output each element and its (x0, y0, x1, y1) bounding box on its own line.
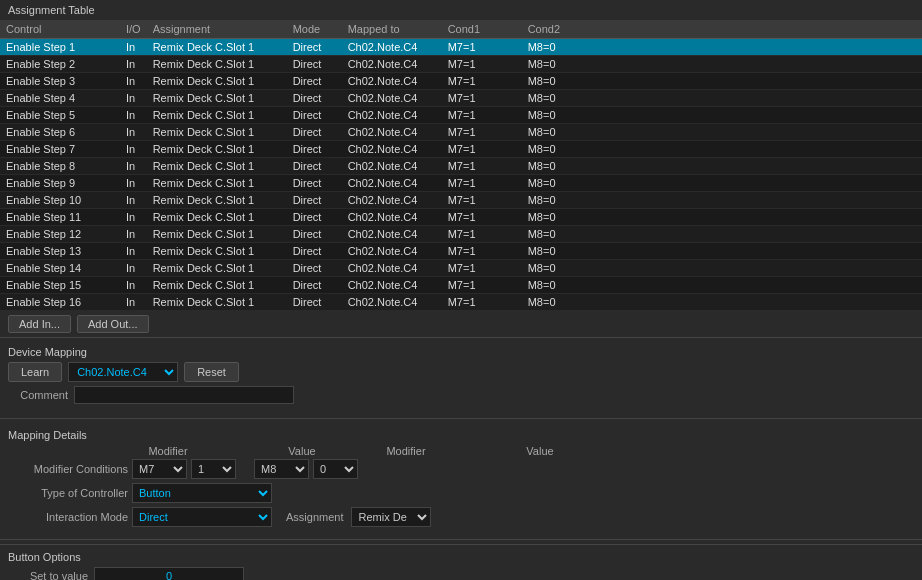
cell-control: Enable Step 2 (0, 56, 120, 73)
cell-assignment: Remix Deck C.Slot 1 (147, 260, 287, 277)
col-header-mapped: Mapped to (342, 20, 442, 39)
cell-cond2: M8=0 (522, 73, 922, 90)
add-out-button[interactable]: Add Out... (77, 315, 149, 333)
interaction-mode-select[interactable]: DirectToggleInvert (132, 507, 272, 527)
comment-input[interactable] (74, 386, 294, 404)
cell-control: Enable Step 1 (0, 39, 120, 56)
cell-control: Enable Step 15 (0, 277, 120, 294)
cell-cond2: M8=0 (522, 209, 922, 226)
cell-mapped: Ch02.Note.C4 (342, 107, 442, 124)
value-1-select[interactable]: 1023 (191, 459, 236, 479)
cell-cond1: M7=1 (442, 277, 522, 294)
table-row[interactable]: Enable Step 1InRemix Deck C.Slot 1Direct… (0, 39, 922, 56)
mapping-details-section: Mapping Details Modifier Value Modifier … (0, 423, 922, 535)
col-header-assignment: Assignment (147, 20, 287, 39)
cell-cond1: M7=1 (442, 209, 522, 226)
add-row: Add In... Add Out... (0, 311, 922, 337)
interaction-mode-label: Interaction Mode (8, 511, 128, 523)
cell-io: In (120, 209, 147, 226)
cell-mode: Direct (287, 175, 342, 192)
assignment-table: Control I/O Assignment Mode Mapped to Co… (0, 20, 922, 311)
cell-cond2: M8=0 (522, 192, 922, 209)
table-row[interactable]: Enable Step 16InRemix Deck C.Slot 1Direc… (0, 294, 922, 311)
table-row[interactable]: Enable Step 7InRemix Deck C.Slot 1Direct… (0, 141, 922, 158)
md-header-row: Modifier Value Modifier Value (8, 445, 914, 457)
set-to-value-input[interactable] (94, 567, 244, 580)
table-row[interactable]: Enable Step 10InRemix Deck C.Slot 1Direc… (0, 192, 922, 209)
table-row[interactable]: Enable Step 9InRemix Deck C.Slot 1Direct… (0, 175, 922, 192)
mapped-value-select[interactable]: Ch02.Note.C4 (68, 362, 178, 382)
divider-2 (0, 539, 922, 540)
cell-cond1: M7=1 (442, 73, 522, 90)
table-row[interactable]: Enable Step 6InRemix Deck C.Slot 1Direct… (0, 124, 922, 141)
cell-io: In (120, 243, 147, 260)
cell-mode: Direct (287, 243, 342, 260)
table-row[interactable]: Enable Step 2InRemix Deck C.Slot 1Direct… (0, 56, 922, 73)
cell-cond1: M7=1 (442, 294, 522, 311)
device-mapping-row: Learn Ch02.Note.C4 Reset (8, 362, 914, 382)
table-row[interactable]: Enable Step 8InRemix Deck C.Slot 1Direct… (0, 158, 922, 175)
cell-assignment: Remix Deck C.Slot 1 (147, 73, 287, 90)
cell-control: Enable Step 14 (0, 260, 120, 277)
cell-io: In (120, 124, 147, 141)
table-body: Enable Step 1InRemix Deck C.Slot 1Direct… (0, 39, 922, 311)
cell-cond1: M7=1 (442, 226, 522, 243)
reset-button[interactable]: Reset (184, 362, 239, 382)
interaction-mode-row: Interaction Mode DirectToggleInvert Assi… (8, 507, 914, 527)
cell-mapped: Ch02.Note.C4 (342, 124, 442, 141)
cell-assignment: Remix Deck C.Slot 1 (147, 39, 287, 56)
cell-io: In (120, 73, 147, 90)
cell-cond2: M8=0 (522, 107, 922, 124)
set-to-value-label: Set to value (8, 570, 88, 580)
cell-mode: Direct (287, 56, 342, 73)
assignment-table-section: Assignment Table Control I/O Assignment … (0, 0, 922, 337)
cell-cond1: M7=1 (442, 107, 522, 124)
cell-cond2: M8=0 (522, 226, 922, 243)
modifier-2-select[interactable]: M8M1M2M3M4M5M6M7 (254, 459, 309, 479)
table-row[interactable]: Enable Step 3InRemix Deck C.Slot 1Direct… (0, 73, 922, 90)
table-row[interactable]: Enable Step 11InRemix Deck C.Slot 1Direc… (0, 209, 922, 226)
cell-mode: Direct (287, 124, 342, 141)
value-2-select[interactable]: 0123 (313, 459, 358, 479)
cell-assignment: Remix Deck C.Slot 1 (147, 124, 287, 141)
cell-mode: Direct (287, 158, 342, 175)
cell-control: Enable Step 6 (0, 124, 120, 141)
cell-cond1: M7=1 (442, 124, 522, 141)
table-row[interactable]: Enable Step 13InRemix Deck C.Slot 1Direc… (0, 243, 922, 260)
cell-io: In (120, 56, 147, 73)
add-in-button[interactable]: Add In... (8, 315, 71, 333)
col-header-cond2: Cond2 (522, 20, 922, 39)
cell-cond2: M8=0 (522, 243, 922, 260)
controller-type-select[interactable]: ButtonFaderEncoder (132, 483, 272, 503)
cell-control: Enable Step 13 (0, 243, 120, 260)
col-header-cond1: Cond1 (442, 20, 522, 39)
cell-assignment: Remix Deck C.Slot 1 (147, 175, 287, 192)
cell-cond2: M8=0 (522, 175, 922, 192)
comment-label: Comment (8, 389, 68, 401)
cell-mapped: Ch02.Note.C4 (342, 90, 442, 107)
table-row[interactable]: Enable Step 12InRemix Deck C.Slot 1Direc… (0, 226, 922, 243)
assignment-select[interactable]: Remix De (351, 507, 431, 527)
cell-control: Enable Step 9 (0, 175, 120, 192)
cell-control: Enable Step 11 (0, 209, 120, 226)
cell-cond1: M7=1 (442, 243, 522, 260)
modifier-conditions-label: Modifier Conditions (8, 463, 128, 475)
cell-mapped: Ch02.Note.C4 (342, 56, 442, 73)
cell-assignment: Remix Deck C.Slot 1 (147, 294, 287, 311)
cell-control: Enable Step 10 (0, 192, 120, 209)
learn-button[interactable]: Learn (8, 362, 62, 382)
cell-cond1: M7=1 (442, 192, 522, 209)
divider-1 (0, 418, 922, 419)
assignment-label: Assignment (286, 511, 343, 523)
cell-mapped: Ch02.Note.C4 (342, 192, 442, 209)
cell-cond2: M8=0 (522, 158, 922, 175)
cell-control: Enable Step 12 (0, 226, 120, 243)
table-row[interactable]: Enable Step 5InRemix Deck C.Slot 1Direct… (0, 107, 922, 124)
table-row[interactable]: Enable Step 15InRemix Deck C.Slot 1Direc… (0, 277, 922, 294)
cell-mode: Direct (287, 90, 342, 107)
table-row[interactable]: Enable Step 4InRemix Deck C.Slot 1Direct… (0, 90, 922, 107)
cell-assignment: Remix Deck C.Slot 1 (147, 226, 287, 243)
table-row[interactable]: Enable Step 14InRemix Deck C.Slot 1Direc… (0, 260, 922, 277)
cell-io: In (120, 90, 147, 107)
modifier-1-select[interactable]: M7M1M2M3M4M5M6M8 (132, 459, 187, 479)
